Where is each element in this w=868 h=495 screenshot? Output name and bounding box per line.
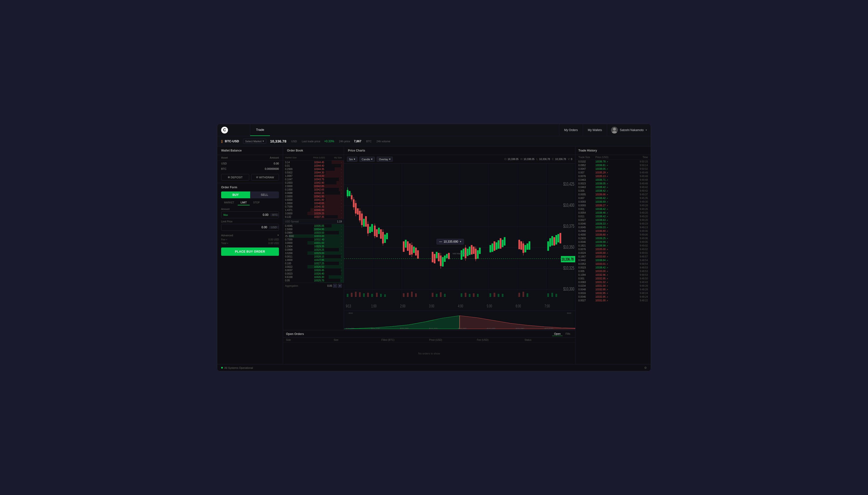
trade-row[interactable]: 0.0046 10339.33 ↗ 9:49:19: [575, 222, 651, 226]
trade-row[interactable]: 0.0005 10336.66 ↗ 9:49:37: [575, 193, 651, 197]
trade-row[interactable]: 0.005 10338.42 ↗ 9:49:42: [575, 189, 651, 193]
ob-ask-row[interactable]: 0.01 10344.40 -: [283, 164, 344, 167]
ob-ask-row[interactable]: 2.414 10336.55 -: [283, 219, 344, 219]
buy-button[interactable]: BUY: [221, 191, 250, 198]
trade-row[interactable]: 0.001 10338.42 ↗ 9:49:26: [575, 207, 651, 211]
ob-ask-row[interactable]: 0.2003 10342.90 -: [283, 181, 344, 184]
ob-bid-row[interactable]: 0.100 10327.25 -: [283, 262, 344, 265]
ob-ask-row[interactable]: 0.7599 10340.35 -: [283, 205, 344, 208]
trade-row[interactable]: 0.0093 10336.27 ↗ 9:49:28: [575, 204, 651, 207]
trade-row[interactable]: 0.1094 10332.96 ↗ 9:48:53: [575, 273, 651, 277]
market-tab[interactable]: MARKET: [221, 200, 237, 205]
ob-ask-row[interactable]: 0.2999 10344.35 -: [283, 167, 344, 171]
ob-bid-row[interactable]: 3.0022 10326.50 -: [283, 265, 344, 269]
deposit-button[interactable]: ⊕ DEPOSIT: [221, 174, 249, 181]
advanced-row[interactable]: Advanced ▾: [221, 233, 279, 238]
chart-area[interactable]: $10,425 $10,400 $10,375 $10,350 $10,336.…: [344, 164, 575, 311]
market-select-dropdown[interactable]: Select Market ▾: [243, 139, 266, 144]
trade-row[interactable]: 0.0234 10331.00 ↗ 9:48:28: [575, 284, 651, 288]
trade-row[interactable]: 0.0024 10335.00 ↗ 9:49:01: [575, 251, 651, 255]
ob-ask-row[interactable]: 1.0000 10340.65 -: [283, 202, 344, 205]
trade-row[interactable]: 0.0023 10338.05 ↗ 9:49:48: [575, 182, 651, 185]
ob-bid-row[interactable]: 0.7599 10332.90 -: [283, 238, 344, 241]
trade-row[interactable]: 0.0045 10339.33 ↗ 9:49:13: [575, 226, 651, 229]
ob-bid-row[interactable]: 2.5000 10334.95 -: [283, 227, 344, 231]
trade-row[interactable]: 0.0093 10336.69 ↗ 9:49:30: [575, 200, 651, 204]
ob-bid-row[interactable]: 0.0023 10326.40 -: [283, 272, 344, 275]
overlay-select[interactable]: Overlay ▾: [377, 157, 393, 162]
trade-row[interactable]: 0.4000 10336.80 ↗ 9:49:06: [575, 233, 651, 237]
chart-type-select[interactable]: Candle ▾: [359, 157, 375, 162]
trade-row[interactable]: 0.007 10338.42 ↗ 9:45:35: [575, 197, 651, 200]
trade-row[interactable]: 0.2968 10336.80 ↗ 9:49:06: [575, 229, 651, 233]
ob-bid-row[interactable]: 1.2904 10329.35 -: [283, 244, 344, 248]
ob-bid-row[interactable]: 25.3000 10333.00 -: [283, 234, 344, 238]
trade-row[interactable]: 0.0047 10338.05 ↗ 9:50:02: [575, 167, 651, 171]
trade-row[interactable]: 0.0046 10339.98 ↗ 9:49:06: [575, 240, 651, 244]
my-wallets-button[interactable]: My Wallets: [583, 124, 607, 136]
trade-row[interactable]: 0.1821 10338.98 ↗ 9:49:02: [575, 244, 651, 248]
trade-row[interactable]: 0.001 10332.95 ↗ 9:48:50: [575, 277, 651, 280]
trade-row[interactable]: 0.0027 10338.63 ↗ 9:49:20: [575, 218, 651, 222]
ob-bid-row[interactable]: 3.0000 10331.00 -: [283, 241, 344, 244]
ob-ask-row[interactable]: 0.1047 10343.75 -: [283, 177, 344, 181]
user-area[interactable]: Satoshi Nakamoto ▾: [607, 124, 651, 136]
withdraw-button[interactable]: ⊖ WITHDRAW: [251, 174, 279, 181]
tab-fills[interactable]: Fills: [563, 332, 572, 336]
settings-icon[interactable]: ⚙: [644, 366, 647, 370]
tab-open[interactable]: Open: [552, 332, 563, 336]
ob-bid-row[interactable]: 0.05 10325.75 -: [283, 279, 344, 282]
ob-bid-row[interactable]: 0.0011 10328.15 -: [283, 255, 344, 258]
ob-bid-row[interactable]: 0.0037 10326.45 -: [283, 269, 344, 272]
depth-chart[interactable]: -300 300 $10,180 $10,230 $10,280 $10,330…: [344, 311, 575, 330]
agg-minus-button[interactable]: −: [333, 284, 337, 288]
ob-ask-row[interactable]: 0.0688 10342.15 -: [283, 191, 344, 195]
trade-row[interactable]: 0.2933 10339.25 ↗ 9:49:06: [575, 237, 651, 240]
trade-row[interactable]: 0.011 10338.42 ↗ 9:49:20: [575, 215, 651, 218]
ob-ask-row[interactable]: 3.14 10344.45 -: [283, 160, 344, 164]
ob-ask-row[interactable]: 0.1000 10342.65 -: [283, 188, 344, 191]
trade-row[interactable]: 0.0016 10332.95 ↗ 9:48:24: [575, 291, 651, 295]
agg-plus-button[interactable]: +: [338, 284, 342, 288]
trade-row[interactable]: 0.0076 10335.13 ↗ 9:49:48: [575, 174, 651, 178]
trade-row[interactable]: 0.0054 10338.46 ↗ 9:49:20: [575, 211, 651, 215]
place-order-button[interactable]: PLACE BUY ORDER: [221, 248, 279, 256]
limit-tab[interactable]: LIMIT: [238, 200, 250, 205]
trade-row[interactable]: 0.0952 10336.81 ↗ 9:50:14: [575, 164, 651, 167]
limit-price-input[interactable]: [222, 224, 269, 231]
ob-ask-row[interactable]: 2.0000 10341.95 -: [283, 195, 344, 198]
ob-bid-row[interactable]: 3.0268 10329.00 -: [283, 251, 344, 255]
ob-ask-row[interactable]: 0.6000 10341.80 -: [283, 198, 344, 202]
nav-tab-trade[interactable]: Trade: [250, 124, 270, 136]
trade-row[interactable]: 0.0027 10331.00 ↗ 9:48:22: [575, 298, 651, 302]
ob-ask-row[interactable]: 0.132 10337.35 -: [283, 215, 344, 219]
sell-button[interactable]: SELL: [250, 191, 279, 198]
ob-ask-row[interactable]: 2.0000 10342.85 -: [283, 184, 344, 188]
trade-row[interactable]: 0.0023 10338.42 ↗ 9:48:53: [575, 266, 651, 269]
stop-tab[interactable]: STOP: [250, 200, 263, 205]
trade-row[interactable]: 0.0102 10336.78 ↗ 9:50:15: [575, 160, 651, 164]
ob-bid-row[interactable]: 0.0999 10329.25 -: [283, 248, 344, 251]
max-link[interactable]: Max: [222, 214, 230, 216]
ob-bid-row[interactable]: 1.0000 10327.95 -: [283, 258, 344, 262]
trade-row[interactable]: 0.0048 10332.95 ↗ 9:48:28: [575, 288, 651, 291]
ob-ask-row[interactable]: 0.5922 10344.30 -: [283, 171, 344, 174]
trade-row[interactable]: 0.0353 10333.01 ↗ 9:48:54: [575, 262, 651, 266]
ob-bid-row[interactable]: 0.4045 10335.05 -: [283, 224, 344, 227]
ob-ask-row[interactable]: 1.0087 10344.00 -: [283, 174, 344, 177]
trade-row[interactable]: 0.005 10333.00 ↗ 9:48:53: [575, 269, 651, 273]
trade-row[interactable]: 0.0463 10338.42 ↗ 9:49:42: [575, 185, 651, 189]
trade-row[interactable]: 0.0083 10331.02 ↗ 9:48:43: [575, 280, 651, 284]
timeframe-select[interactable]: 5m ▾: [347, 157, 357, 162]
ob-bid-row[interactable]: 0.0984 10333.50 -: [283, 231, 344, 234]
my-orders-button[interactable]: My Orders: [559, 124, 583, 136]
trade-row[interactable]: 0.1667 10333.60 ↗ 9:48:57: [575, 255, 651, 258]
trade-row[interactable]: 0.3442 10338.84 ↗ 9:48:54: [575, 258, 651, 262]
trade-row[interactable]: 0.0463 10336.71 ↗ 9:49:48: [575, 178, 651, 182]
ob-ask-row[interactable]: 3.0000 10339.25 -: [283, 212, 344, 215]
trade-row[interactable]: 0.0076 10335.00 ↗ 9:49:02: [575, 248, 651, 251]
trade-row[interactable]: 0.0046 10332.95 ↗ 9:48:24: [575, 295, 651, 298]
trade-row[interactable]: 0.007 10335.29 ↗ 9:49:49: [575, 171, 651, 174]
ob-bid-row[interactable]: 0.6168 10326.30 -: [283, 275, 344, 279]
ob-bid-row[interactable]: 1.0000 10325.45 -: [283, 282, 344, 283]
